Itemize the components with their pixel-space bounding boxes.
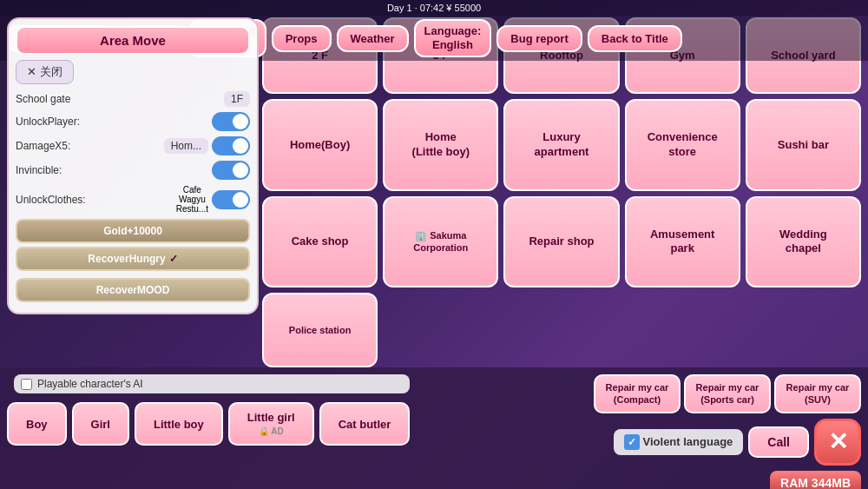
damage-x5-row: DamageX5: Hom... <box>16 136 250 155</box>
unlock-player-row: UnlockPlayer: <box>16 112 250 131</box>
close-x-button[interactable]: ✕ <box>814 419 861 466</box>
location-repair-shop[interactable]: Repair shop <box>503 196 619 287</box>
bug-report-button[interactable]: Bug report <box>496 25 582 52</box>
location-wedding-chapel[interactable]: Weddingchapel <box>746 196 861 287</box>
repair-row: Repair my car(Compact) Repair my car(Spo… <box>594 374 861 413</box>
location-police-station[interactable]: Police station <box>262 293 378 367</box>
invincible-row: Invincible: <box>16 161 250 180</box>
location-sushi-bar[interactable]: Sushi bar <box>746 99 861 190</box>
violent-check-icon: ✓ <box>624 434 640 450</box>
school-gate-label: School gate <box>16 93 70 105</box>
action-row: ✓ Violent language Call ✕ <box>614 419 861 466</box>
school-gate-value: 1F <box>224 91 250 107</box>
call-button[interactable]: Call <box>748 426 809 458</box>
violent-label: Violent language <box>643 435 733 448</box>
ram-info: RAM 344MB <box>770 471 861 489</box>
location-grid-container: 2 F 3 F Rooftop Gym School yard Home(Boy… <box>262 17 861 367</box>
invincible-toggle[interactable] <box>212 161 250 180</box>
right-controls: Repair my car(Compact) Repair my car(Spo… <box>594 374 861 489</box>
location-cake-shop[interactable]: Cake shop <box>262 196 378 287</box>
char-little-boy-button[interactable]: Little boy <box>135 402 223 446</box>
weather-button[interactable]: Weather <box>337 25 409 52</box>
repair-suv-button[interactable]: Repair my car(SUV) <box>774 374 861 413</box>
repair-sports-button[interactable]: Repair my car(Sports car) <box>684 374 771 413</box>
damage-x5-toggle[interactable] <box>212 136 250 155</box>
location-amusement-park[interactable]: Amusementpark <box>625 196 740 287</box>
damage-x5-value: Hom... <box>164 138 208 154</box>
unlock-player-toggle[interactable] <box>212 112 250 131</box>
location-luxury-apartment[interactable]: Luxuryapartment <box>503 99 619 190</box>
info-section: RAM 344MB Ver. 1.038.90 <box>770 471 861 489</box>
location-convenience-store[interactable]: Conveniencestore <box>625 99 740 190</box>
location-sakuma-corporation[interactable]: 🏢 SakumaCorporation <box>383 196 498 287</box>
damage-x5-label: DamageX5: <box>16 140 70 152</box>
invincible-label: Invincible: <box>16 164 62 176</box>
violent-language-checkbox[interactable]: ✓ Violent language <box>614 429 744 455</box>
ai-label: Playable character's AI <box>37 378 143 390</box>
char-little-girl-button[interactable]: Little girl🔒 AD <box>228 402 314 446</box>
character-section: Playable character's AI Boy Girl Little … <box>7 374 410 446</box>
repair-compact-button[interactable]: Repair my car(Compact) <box>594 374 681 413</box>
char-boy-button[interactable]: Boy <box>7 402 67 446</box>
ai-row: Playable character's AI <box>14 374 410 393</box>
ai-checkbox[interactable] <box>21 379 32 390</box>
unlock-clothes-toggle[interactable] <box>212 190 250 209</box>
props-button[interactable]: Props <box>272 25 332 52</box>
gold-button[interactable]: Gold+10000 <box>16 219 250 243</box>
location-home-boy[interactable]: Home(Boy) <box>262 99 378 190</box>
area-move-title: Area Move <box>16 26 250 55</box>
location-grid: 2 F 3 F Rooftop Gym School yard Home(Boy… <box>262 17 861 367</box>
top-bar: Day 1 · 07:42 ¥ 55000 <box>0 0 868 16</box>
recover-hungry-button[interactable]: RecoverHungry ✓ <box>16 247 250 271</box>
language-button[interactable]: Language: English <box>414 19 492 56</box>
recover-mood-button[interactable]: RecoverMOOD <box>16 278 250 302</box>
top-bar-text: Day 1 · 07:42 ¥ 55000 <box>387 3 481 13</box>
char-girl-button[interactable]: Girl <box>72 402 129 446</box>
unlock-clothes-label: UnlockClothes: <box>16 194 86 206</box>
unlock-clothes-row: UnlockClothes: Cafe Wagyu Restu...t <box>16 185 250 214</box>
unlock-player-label: UnlockPlayer: <box>16 116 80 128</box>
area-move-panel: Area Move ✕ 关闭 School gate 1F UnlockPlay… <box>7 17 259 314</box>
school-gate-row: School gate 1F <box>16 91 250 107</box>
location-home-little-boy[interactable]: Home(Little boy) <box>383 99 498 190</box>
back-to-title-button[interactable]: Back to Title <box>588 25 682 52</box>
close-area-move-button[interactable]: ✕ 关闭 <box>16 60 74 84</box>
char-buttons-row: Boy Girl Little boy Little girl🔒 AD Cat … <box>7 402 410 446</box>
char-cat-butler-button[interactable]: Cat butler <box>319 402 411 446</box>
